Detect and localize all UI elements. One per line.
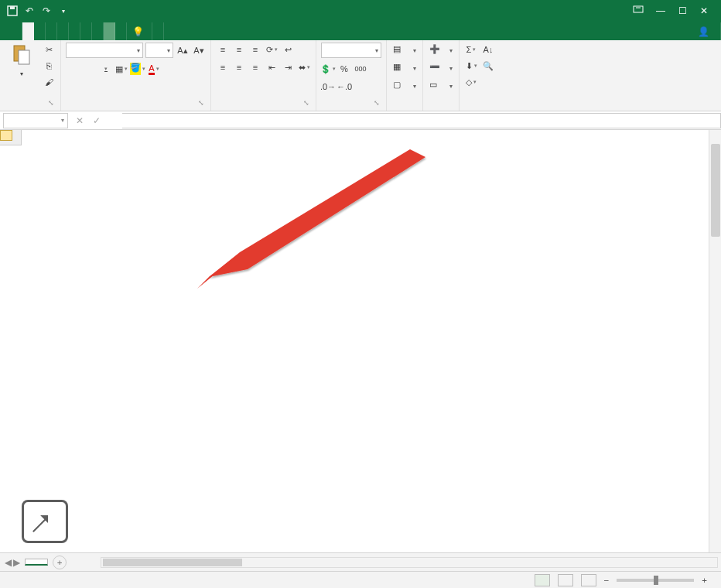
name-box[interactable]: ▾ [3, 113, 68, 128]
accept-formula-icon[interactable]: ✓ [88, 115, 105, 126]
group-clipboard: ▾ ✂ ⎘ 🖌 ⤡ [0, 40, 61, 111]
font-name-combo[interactable]: ▾ [66, 43, 143, 58]
qat-more-icon[interactable]: ▾ [57, 5, 70, 17]
new-sheet-button[interactable]: + [53, 556, 67, 569]
comma-icon[interactable]: 000 [354, 62, 367, 76]
tab-acrobat[interactable] [115, 22, 127, 40]
cond-format-icon: ▤ [393, 44, 405, 56]
tab-data[interactable] [69, 22, 80, 40]
autosum-icon[interactable]: Σ [464, 43, 478, 56]
align-top-icon[interactable]: ≡ [216, 43, 230, 56]
bold-button[interactable] [66, 62, 80, 76]
sort-filter-icon[interactable]: A↓ [481, 43, 495, 56]
border-icon[interactable]: ▦ [114, 62, 128, 76]
tab-insert[interactable] [34, 22, 46, 40]
undo-icon[interactable]: ↶ [23, 5, 36, 17]
accounting-icon[interactable]: 💲 [321, 62, 335, 76]
font-size-combo[interactable]: ▾ [145, 43, 173, 58]
underline-button[interactable] [98, 62, 112, 76]
paste-options-icon[interactable] [0, 130, 12, 141]
copy-icon[interactable]: ⎘ [42, 59, 56, 73]
prev-sheet-icon[interactable]: ◀ [5, 557, 12, 568]
percent-icon[interactable]: % [337, 62, 351, 76]
launcher-icon[interactable]: ⤡ [48, 97, 54, 108]
tab-review[interactable] [80, 22, 92, 40]
svg-rect-1 [10, 6, 15, 9]
formula-input[interactable] [122, 113, 721, 128]
tab-abbyy[interactable] [104, 22, 115, 40]
find-select-icon[interactable]: 🔍 [481, 59, 495, 73]
decrease-font-icon[interactable]: A▾ [192, 43, 206, 57]
conditional-formatting-button[interactable]: ▤▾ [391, 43, 418, 58]
decrease-decimal-icon[interactable]: ←.0 [337, 80, 351, 94]
title-bar: ↶ ↷ ▾ — ☐ ✕ [0, 0, 721, 22]
spreadsheet-grid[interactable] [0, 130, 721, 552]
indent-dec-icon[interactable]: ⇤ [265, 60, 278, 74]
tab-file[interactable] [0, 22, 22, 40]
cut-icon[interactable]: ✂ [42, 43, 56, 56]
horizontal-scrollbar[interactable] [101, 557, 718, 568]
tab-formulas[interactable] [57, 22, 69, 40]
tab-page-layout[interactable] [46, 22, 57, 40]
tab-login[interactable] [152, 22, 164, 40]
close-icon[interactable]: ✕ [698, 5, 710, 16]
cell-styles-button[interactable]: ▢▾ [391, 78, 418, 94]
zoom-in-button[interactable]: + [702, 576, 707, 585]
maximize-icon[interactable]: ☐ [676, 5, 689, 16]
tab-help[interactable]: 💡 [127, 22, 152, 40]
vertical-scrollbar[interactable] [709, 130, 721, 552]
wrap-text-icon[interactable]: ↩ [281, 43, 295, 56]
redo-icon[interactable]: ↷ [40, 5, 53, 17]
scrollbar-thumb[interactable] [711, 144, 720, 237]
increase-decimal-icon[interactable]: .0→ [321, 80, 335, 94]
launcher-icon[interactable]: ⤡ [303, 97, 309, 108]
next-sheet-icon[interactable]: ▶ [13, 557, 20, 568]
tab-view[interactable] [92, 22, 104, 40]
fill-icon[interactable]: ⬇ [464, 59, 478, 73]
tab-home[interactable] [22, 22, 34, 40]
orientation-icon[interactable]: ⟳ [265, 43, 278, 56]
align-bottom-icon[interactable]: ≡ [248, 43, 262, 56]
align-middle-icon[interactable]: ≡ [232, 43, 246, 56]
align-left-icon[interactable]: ≡ [216, 60, 230, 74]
format-painter-icon[interactable]: 🖌 [42, 75, 56, 89]
launcher-icon[interactable]: ⤡ [198, 97, 204, 108]
ribbon-options-icon[interactable] [633, 5, 645, 16]
number-format-combo[interactable]: ▾ [321, 43, 381, 58]
ribbon-tabs: 💡 👤 [0, 22, 721, 40]
format-cells-button[interactable]: ▭▾ [428, 78, 454, 94]
cancel-formula-icon[interactable]: ✕ [71, 115, 88, 126]
font-color-icon[interactable]: A [147, 62, 161, 76]
delete-cells-button[interactable]: ➖▾ [428, 60, 454, 76]
save-icon[interactable] [6, 5, 19, 17]
group-label-align: ⤡ [216, 97, 311, 110]
indent-inc-icon[interactable]: ⇥ [281, 60, 295, 74]
italic-button[interactable] [82, 62, 96, 76]
zoom-out-button[interactable]: − [604, 576, 610, 585]
minimize-icon[interactable]: — [654, 5, 667, 16]
page-layout-view-icon[interactable] [558, 574, 573, 586]
zoom-slider[interactable] [617, 579, 694, 582]
sheet-tab-active[interactable] [25, 559, 48, 566]
normal-view-icon[interactable] [535, 574, 550, 586]
paste-button[interactable]: ▾ [5, 43, 39, 77]
launcher-icon[interactable]: ⤡ [374, 97, 380, 108]
align-center-icon[interactable]: ≡ [232, 60, 246, 74]
merge-icon[interactable]: ⬌ [297, 60, 311, 74]
bulb-icon: 💡 [132, 26, 144, 37]
insert-cells-button[interactable]: ➕▾ [428, 43, 454, 58]
group-label-cells [428, 97, 454, 110]
fill-color-icon[interactable]: 🪣 [131, 62, 145, 76]
cursor-icon [22, 500, 68, 543]
increase-font-icon[interactable]: A▴ [176, 43, 190, 57]
scrollbar-thumb[interactable] [103, 559, 242, 566]
share-button[interactable]: 👤 [692, 22, 721, 40]
format-as-table-button[interactable]: ▦▾ [391, 60, 418, 76]
align-right-icon[interactable]: ≡ [248, 60, 262, 74]
svg-marker-5 [209, 149, 425, 277]
group-number: ▾ 💲 % 000 .0→ ←.0 ⤡ [316, 40, 387, 111]
format-cells-icon: ▭ [429, 80, 442, 92]
sheet-nav[interactable]: ◀▶ [0, 557, 25, 568]
page-break-view-icon[interactable] [581, 574, 596, 586]
clear-icon[interactable]: ◇ [464, 75, 478, 89]
